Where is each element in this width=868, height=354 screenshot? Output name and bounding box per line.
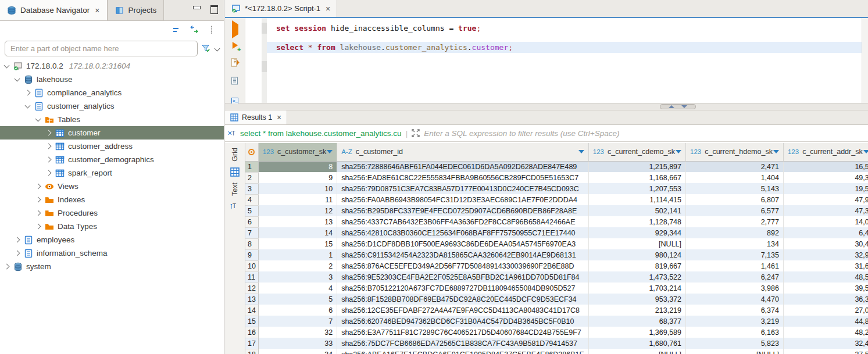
expand-filter-icon[interactable] xyxy=(412,129,420,137)
cell-c_customer_sk[interactable]: 12 xyxy=(258,205,337,216)
cell-c_current_addr_sk[interactable]: 31,65 xyxy=(783,260,868,271)
cell-c_customer_id[interactable]: sha256:ABEA16E7E1ECBDCA6E01CE1095D84E37C… xyxy=(337,349,589,354)
sash-collapse-controls[interactable] xyxy=(660,104,696,109)
cell-c_current_cdemo_sk[interactable]: 929,344 xyxy=(588,227,685,238)
cell-c_current_hdemo_sk[interactable]: 5,823 xyxy=(686,338,784,349)
cell-c_current_hdemo_sk[interactable]: 3,986 xyxy=(686,283,784,294)
cell-c_current_hdemo_sk[interactable]: 6,577 xyxy=(686,205,784,216)
tree-item-172-18-0-2[interactable]: 172.18.0.2172.18.0.2:31604 xyxy=(0,59,224,73)
column-header-c_customer_sk[interactable]: 123c_customer_sk xyxy=(258,143,337,161)
cell-c_current_cdemo_sk[interactable]: 502,141 xyxy=(588,205,685,216)
presentation-grid-label[interactable]: Grid xyxy=(231,148,239,162)
column-header-c_customer_id[interactable]: A-Zc_customer_id xyxy=(337,143,589,161)
cell-c_customer_id[interactable]: sha256:E3A77511F81C7289C76C4065217D5D406… xyxy=(337,327,589,338)
tree-item-employees[interactable]: employees xyxy=(0,233,224,246)
close-icon[interactable]: × xyxy=(95,6,99,15)
cell-c_current_addr_sk[interactable]: 27,08 xyxy=(783,305,868,316)
chevron-collapsed-icon[interactable] xyxy=(15,251,20,256)
collapse-all-icon[interactable] xyxy=(173,26,181,34)
cell-c_customer_sk[interactable]: 13 xyxy=(258,216,337,227)
chevron-collapsed-icon[interactable] xyxy=(35,224,41,230)
cell-c_customer_id[interactable]: sha256:12CE35EFDABF272A4A47E9FA9CC5D4113… xyxy=(337,305,589,316)
column-dropdown-icon[interactable] xyxy=(578,150,584,153)
cell-c_current_addr_sk[interactable]: 16,59 xyxy=(783,161,868,172)
cell-c_customer_sk[interactable]: 8 xyxy=(258,161,337,172)
cell-c_current_cdemo_sk[interactable]: 1,369,589 xyxy=(588,327,685,338)
cell-c_customer_id[interactable]: sha256:75DC7FCB6686EDA72565C1B838CA7FC43… xyxy=(337,338,589,349)
row-number[interactable]: 8 xyxy=(245,238,258,249)
cell-c_current_cdemo_sk[interactable]: 68,377 xyxy=(588,316,685,327)
cell-c_customer_sk[interactable]: 3 xyxy=(258,271,337,283)
grid-presentation-icon[interactable] xyxy=(230,167,240,177)
cell-c_current_addr_sk[interactable]: 47,36 xyxy=(783,205,868,216)
cell-c_customer_sk[interactable]: 33 xyxy=(258,338,337,349)
cell-c_current_addr_sk[interactable]: 32,43 xyxy=(783,338,868,349)
chevron-collapsed-icon[interactable] xyxy=(46,130,52,136)
cell-c_current_addr_sk[interactable]: 6,44 xyxy=(783,227,868,238)
cell-c_current_addr_sk[interactable]: 30,46 xyxy=(783,238,868,249)
execute-script-icon[interactable] xyxy=(230,58,240,70)
cell-c_current_addr_sk[interactable]: 44,81 xyxy=(783,316,868,327)
execute-statement-icon[interactable] xyxy=(232,24,238,35)
cell-c_current_addr_sk[interactable]: 48,57 xyxy=(783,271,868,283)
view-menu-icon[interactable] xyxy=(208,26,216,34)
cell-c_current_hdemo_sk[interactable]: 134 xyxy=(686,238,784,249)
chevron-down-icon[interactable] xyxy=(215,45,220,51)
chevron-collapsed-icon[interactable] xyxy=(25,90,31,96)
column-header-c_current_addr_sk[interactable]: 123c_current_addr_sk xyxy=(783,143,868,161)
row-number[interactable]: 15 xyxy=(245,316,258,327)
data-grid[interactable]: 123c_customer_skA-Zc_customer_id123c_cur… xyxy=(245,143,868,354)
cell-c_customer_sk[interactable]: 6 xyxy=(258,305,337,316)
tree-item-customer-address[interactable]: customer_address xyxy=(0,140,224,153)
column-dropdown-icon[interactable] xyxy=(863,150,868,153)
editor-results-sash[interactable] xyxy=(225,103,868,110)
chevron-collapsed-icon[interactable] xyxy=(35,210,41,216)
cell-c_customer_id[interactable]: sha256:D1CDF8DBB10F500EA9693C86DE6DEAA05… xyxy=(337,238,589,249)
collapse-down-icon[interactable] xyxy=(681,105,687,108)
cell-c_customer_id[interactable]: sha256:42810C83B0360CE125634F068BAF8FF75… xyxy=(337,227,589,238)
cell-c_customer_id[interactable]: sha256:C9115342454A2323DA815865CAA326064… xyxy=(337,249,589,260)
cell-c_customer_sk[interactable]: 10 xyxy=(258,183,337,194)
row-number[interactable]: 4 xyxy=(245,194,258,205)
cell-c_current_cdemo_sk[interactable]: 819,667 xyxy=(588,260,685,271)
row-number[interactable]: 7 xyxy=(245,227,258,238)
tree-item-data-types[interactable]: Data Types xyxy=(0,220,224,233)
cell-c_current_cdemo_sk[interactable]: 1,128,748 xyxy=(588,216,685,227)
cell-c_current_hdemo_sk[interactable]: [NULL] xyxy=(686,349,784,354)
presentation-text-label[interactable]: Text xyxy=(231,183,239,196)
link-with-editor-icon[interactable] xyxy=(190,26,198,34)
cell-c_current_hdemo_sk[interactable]: 7,135 xyxy=(686,249,784,260)
cell-c_current_addr_sk[interactable]: 36,36 xyxy=(783,294,868,305)
tab-projects[interactable]: Projects xyxy=(108,0,165,20)
maximize-icon[interactable] xyxy=(210,5,218,13)
column-dropdown-icon[interactable] xyxy=(327,150,333,153)
row-number[interactable]: 1 xyxy=(245,161,258,172)
tree-item-indexes[interactable]: Indexes xyxy=(0,193,224,206)
row-number[interactable]: 11 xyxy=(245,271,258,283)
row-number[interactable]: 6 xyxy=(245,216,258,227)
cell-c_current_cdemo_sk[interactable]: 1,168,667 xyxy=(588,172,685,183)
explain-plan-icon[interactable] xyxy=(230,76,240,88)
filter-input-placeholder[interactable]: Enter a SQL expression to filter results… xyxy=(424,129,619,138)
tree-item-tables[interactable]: Tables xyxy=(0,113,224,126)
tree-item-compliance-analytics[interactable]: compliance_analytics xyxy=(0,86,224,99)
cell-c_current_hdemo_sk[interactable]: 892 xyxy=(686,227,784,238)
results-filter-bar[interactable]: T select * from lakehouse.customer_analy… xyxy=(225,125,868,142)
execute-new-tab-icon[interactable]: + xyxy=(232,41,238,52)
cell-c_customer_sk[interactable]: 15 xyxy=(258,238,337,249)
chevron-collapsed-icon[interactable] xyxy=(35,197,41,203)
grid-corner-row-id[interactable] xyxy=(245,143,258,161)
chevron-expanded-icon[interactable] xyxy=(35,116,41,121)
cell-c_customer_sk[interactable]: 2 xyxy=(258,260,337,271)
cell-c_customer_id[interactable]: sha256:8F1528BB708DF69EB475DC92A8C20EC44… xyxy=(337,294,589,305)
cell-c_current_hdemo_sk[interactable]: 6,247 xyxy=(686,271,784,283)
cell-c_current_cdemo_sk[interactable]: [NULL] xyxy=(588,349,685,354)
tree-item-lakehouse[interactable]: lakehouse xyxy=(0,73,224,86)
cell-c_customer_id[interactable]: sha256:79D08751C3EA7C83BA57D177E00413D0C… xyxy=(337,183,589,194)
row-number[interactable]: 17 xyxy=(245,338,258,349)
chevron-collapsed-icon[interactable] xyxy=(4,264,10,270)
cell-c_current_addr_sk[interactable]: 39,55 xyxy=(783,283,868,294)
row-number[interactable]: 10 xyxy=(245,260,258,271)
cell-c_current_hdemo_sk[interactable]: 4,470 xyxy=(686,294,784,305)
cell-c_customer_sk[interactable]: 5 xyxy=(258,294,337,305)
